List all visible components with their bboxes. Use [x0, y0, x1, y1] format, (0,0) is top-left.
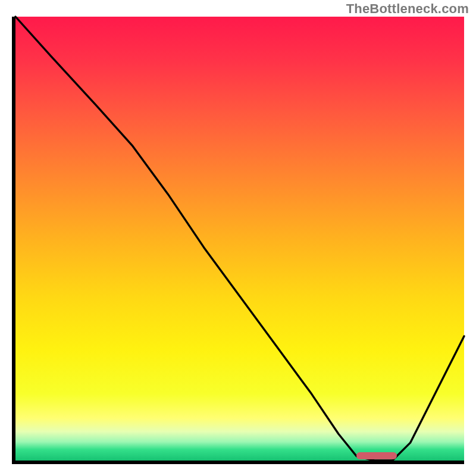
bottleneck-curve	[15, 17, 464, 461]
watermark-text: TheBottleneck.com	[346, 1, 469, 17]
optimal-marker	[356, 452, 397, 459]
plot-frame	[12, 17, 464, 464]
chart-container: TheBottleneck.com	[0, 0, 476, 476]
curve-layer	[15, 17, 464, 461]
